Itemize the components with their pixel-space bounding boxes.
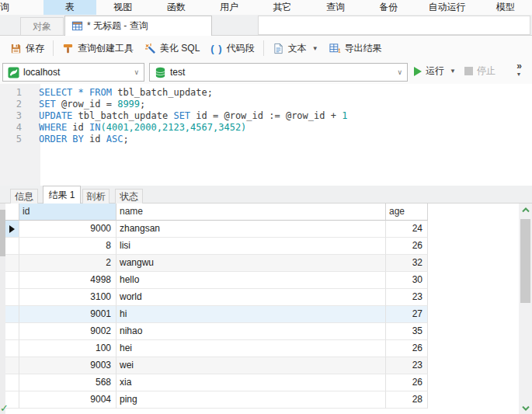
- column-header-id[interactable]: id: [19, 204, 116, 221]
- cell-id[interactable]: 9000: [19, 221, 116, 238]
- cell-name[interactable]: xia: [116, 374, 386, 391]
- menu-item-8[interactable]: 自动运行: [416, 0, 479, 15]
- scrollbar-thumb[interactable]: [520, 219, 530, 303]
- table-row[interactable]: 568xia26: [5, 374, 519, 391]
- row-gutter[interactable]: [5, 340, 19, 357]
- row-gutter[interactable]: [5, 238, 19, 255]
- column-header-age[interactable]: age: [386, 204, 428, 221]
- run-button[interactable]: 运行 ▼: [414, 64, 456, 78]
- cell-id[interactable]: 4998: [19, 272, 116, 289]
- cell-name[interactable]: nihao: [116, 323, 386, 340]
- database-select[interactable]: test ∨: [149, 63, 408, 82]
- cell-id[interactable]: 3100: [19, 289, 116, 306]
- code-line[interactable]: 5ORDER BY id ASC;: [0, 134, 532, 145]
- tab-query-active[interactable]: * 无标题 - 查询: [64, 16, 212, 36]
- menu-item-0[interactable]: 询: [0, 0, 11, 15]
- cell-age[interactable]: 28: [386, 391, 428, 409]
- menu-item-9[interactable]: 模型: [479, 0, 532, 15]
- code-line[interactable]: 1SELECT * FROM tbl_batch_update;: [0, 87, 532, 99]
- cell-age[interactable]: 35: [386, 323, 428, 340]
- toolbar-overflow[interactable]: » ▼: [511, 61, 527, 84]
- vertical-scrollbar[interactable]: [519, 204, 532, 414]
- chevron-down-icon[interactable]: ▼: [516, 71, 522, 77]
- table-row[interactable]: 2wangwu32: [5, 255, 519, 272]
- save-button[interactable]: 保存: [5, 38, 50, 58]
- row-gutter[interactable]: [5, 323, 19, 340]
- cell-age[interactable]: 30: [386, 272, 428, 289]
- table-row[interactable]: 9003wei23: [5, 357, 519, 374]
- left-pane-scrollbar[interactable]: [0, 204, 5, 414]
- menu-item-3[interactable]: 函数: [150, 0, 203, 15]
- cell-id[interactable]: 9002: [19, 323, 116, 340]
- menu-item-2[interactable]: 视图: [96, 0, 149, 15]
- cell-age[interactable]: 32: [386, 255, 428, 272]
- result-tab-0[interactable]: 信息: [10, 189, 38, 204]
- menu-item-6[interactable]: 查询: [309, 0, 362, 15]
- cell-name[interactable]: hello: [116, 272, 386, 289]
- cell-age[interactable]: 24: [386, 221, 428, 238]
- cell-name[interactable]: hi: [116, 306, 386, 323]
- result-tab-2[interactable]: 剖析: [82, 189, 110, 204]
- cell-age[interactable]: 27: [386, 306, 428, 323]
- result-tab-3[interactable]: 状态: [115, 189, 143, 204]
- sql-editor[interactable]: 1SELECT * FROM tbl_batch_update;2SET @ro…: [0, 84, 532, 186]
- chevron-down-icon[interactable]: ▼: [450, 68, 456, 75]
- cell-name[interactable]: wangwu: [116, 255, 386, 272]
- menu-item-5[interactable]: 其它: [256, 0, 308, 15]
- current-row-gutter[interactable]: [5, 221, 19, 238]
- table-row[interactable]: 9004ping28: [5, 391, 519, 409]
- code-line[interactable]: 4WHERE id IN(4001,2000,2123,4567,3452): [0, 122, 532, 134]
- cell-name[interactable]: zhangsan: [116, 221, 386, 238]
- table-row[interactable]: 8lisi26: [5, 238, 519, 255]
- cell-id[interactable]: 100: [19, 340, 116, 357]
- double-chevron-icon[interactable]: »: [516, 61, 521, 71]
- chevron-down-icon[interactable]: ▼: [312, 45, 318, 52]
- scroll-up-icon[interactable]: [519, 204, 532, 216]
- menu-item-1[interactable]: 表: [43, 0, 96, 15]
- query-builder-button[interactable]: 查询创建工具: [57, 38, 139, 58]
- cell-id[interactable]: 9001: [19, 306, 116, 323]
- cell-name[interactable]: ping: [116, 391, 386, 409]
- menu-item-7[interactable]: 备份: [362, 0, 415, 15]
- table-row[interactable]: 100hei26: [5, 340, 519, 357]
- scroll-down-icon[interactable]: [519, 402, 532, 414]
- cell-age[interactable]: 26: [386, 340, 428, 357]
- row-gutter[interactable]: [5, 289, 19, 306]
- row-gutter[interactable]: [5, 255, 19, 272]
- cell-age[interactable]: 26: [386, 238, 428, 255]
- row-gutter[interactable]: [5, 272, 19, 289]
- connection-select[interactable]: localhost ∨: [2, 63, 144, 82]
- cell-name[interactable]: lisi: [116, 238, 386, 255]
- column-header-name[interactable]: name: [116, 204, 386, 221]
- cell-name[interactable]: wei: [116, 357, 386, 374]
- cell-name[interactable]: world: [116, 289, 386, 306]
- toolbar-separator: [53, 40, 54, 56]
- table-row[interactable]: 3100world23: [5, 289, 519, 306]
- code-snippet-button[interactable]: ( ) 代码段: [205, 38, 259, 58]
- menu-item-4[interactable]: 用户: [203, 0, 256, 15]
- cell-id[interactable]: 9004: [19, 391, 116, 409]
- result-tab-1[interactable]: 结果 1: [43, 186, 81, 204]
- row-gutter[interactable]: [5, 357, 19, 374]
- tab-objects[interactable]: 对象: [20, 17, 64, 35]
- table-row[interactable]: 9001hi27: [5, 306, 519, 323]
- cell-age[interactable]: 23: [386, 357, 428, 374]
- code-line[interactable]: 2SET @row_id = 8999;: [0, 99, 532, 110]
- cell-id[interactable]: 9003: [19, 357, 116, 374]
- cell-id[interactable]: 568: [19, 374, 116, 391]
- table-row[interactable]: 4998hello30: [5, 272, 519, 289]
- cell-name[interactable]: hei: [116, 340, 386, 357]
- text-view-button[interactable]: 文本 ▼: [267, 38, 324, 58]
- cell-age[interactable]: 23: [386, 289, 428, 306]
- beautify-sql-button[interactable]: 美化 SQL: [139, 38, 205, 58]
- export-result-button[interactable]: 导出结果: [324, 38, 388, 58]
- row-gutter[interactable]: [5, 306, 19, 323]
- cell-id[interactable]: 2: [19, 255, 116, 272]
- left-scrollbar-thumb[interactable]: [0, 210, 5, 256]
- code-line[interactable]: 3UPDATE tbl_batch_update SET id = @row_i…: [0, 110, 532, 122]
- row-gutter[interactable]: [5, 374, 19, 391]
- cell-id[interactable]: 8: [19, 238, 116, 255]
- table-row[interactable]: 9002nihao35: [5, 323, 519, 340]
- table-row[interactable]: 9000zhangsan24: [5, 221, 519, 238]
- cell-age[interactable]: 26: [386, 374, 428, 391]
